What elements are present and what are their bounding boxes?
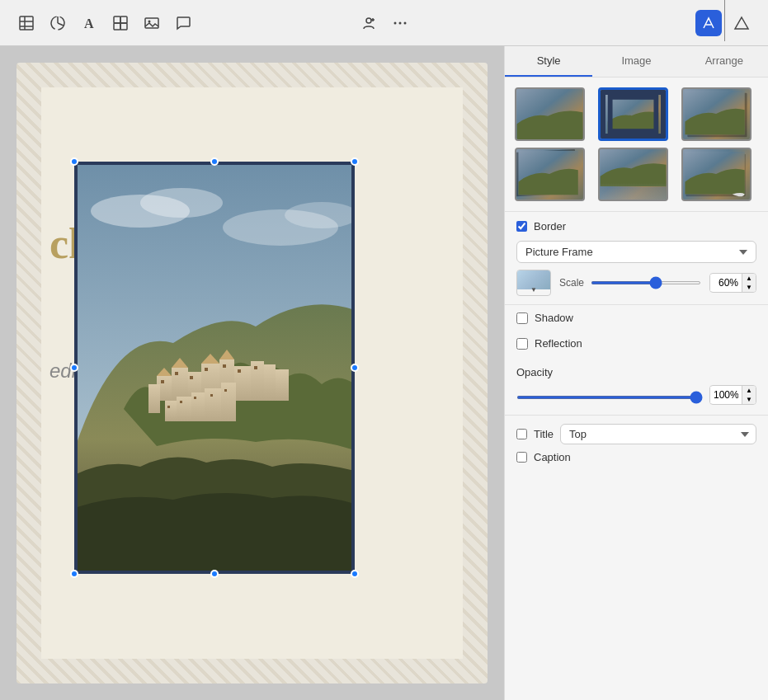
chart-button[interactable] [45, 10, 71, 36]
border-label[interactable]: Border [534, 220, 566, 233]
handle-bottom-left[interactable] [70, 570, 78, 578]
title-caption-section: Title Top Bottom None Caption [505, 416, 768, 478]
svg-rect-30 [177, 397, 191, 421]
opacity-input[interactable]: 100% [710, 387, 742, 403]
svg-rect-44 [167, 406, 170, 408]
svg-rect-46 [194, 397, 196, 399]
handle-middle-right[interactable] [351, 364, 359, 372]
shape-button[interactable] [728, 10, 755, 36]
shadow-checkbox[interactable] [516, 312, 528, 324]
text-icon: A [81, 15, 97, 31]
opacity-value-box: 100% ▲ ▼ [709, 385, 756, 405]
image-button[interactable] [139, 10, 165, 36]
title-label[interactable]: Title [534, 428, 554, 440]
comment-icon [175, 15, 191, 31]
toolbar: A [0, 0, 768, 46]
style-thumb-plain[interactable] [515, 87, 585, 141]
add-collaborator-button[interactable] [356, 10, 382, 36]
image-icon [144, 15, 160, 31]
title-position-dropdown[interactable]: Top Bottom None [560, 424, 756, 444]
border-dropdown[interactable]: Picture Frame Line None [516, 241, 756, 263]
svg-rect-39 [190, 376, 193, 379]
add-collaborator-icon [360, 15, 377, 31]
style-thumb-extra[interactable] [681, 148, 752, 201]
handle-bottom-right[interactable] [351, 570, 359, 578]
svg-rect-43 [254, 366, 257, 369]
svg-rect-31 [191, 392, 205, 421]
right-panel: Style Image Arrange [504, 46, 768, 700]
svg-rect-33 [221, 383, 236, 421]
svg-rect-58 [601, 187, 667, 200]
tab-arrange[interactable]: Arrange [681, 46, 768, 77]
more-icon [392, 15, 408, 31]
scale-input[interactable]: 60% [710, 275, 742, 291]
svg-rect-40 [205, 368, 208, 371]
handle-top-center[interactable] [210, 157, 219, 166]
svg-text:A: A [84, 16, 94, 31]
table-button[interactable] [13, 10, 40, 36]
svg-rect-41 [223, 364, 226, 368]
svg-rect-36 [276, 369, 289, 401]
shadow-row: Shadow [505, 305, 768, 331]
svg-rect-48 [224, 389, 227, 392]
indicator-line [724, 0, 725, 41]
reflection-label[interactable]: Reflection [535, 337, 582, 350]
handle-middle-left[interactable] [70, 364, 78, 372]
opacity-spinner: ▲ ▼ [742, 386, 756, 404]
title-checkbox[interactable] [516, 429, 527, 439]
svg-rect-32 [205, 388, 221, 421]
scale-slider[interactable] [591, 281, 701, 284]
scale-label: Scale [559, 277, 584, 289]
opacity-label: Opacity [516, 366, 756, 378]
caption-label[interactable]: Caption [534, 451, 571, 463]
style-thumb-reflect[interactable] [598, 148, 668, 201]
opacity-row: 100% ▲ ▼ [516, 385, 756, 405]
style-thumb-framed[interactable] [598, 87, 668, 141]
svg-rect-10 [145, 18, 158, 28]
selected-image[interactable] [74, 162, 355, 574]
toolbar-right [695, 10, 755, 36]
more-button[interactable] [387, 10, 413, 36]
scene-svg [74, 162, 355, 574]
svg-rect-8 [120, 16, 127, 23]
reflection-checkbox[interactable] [516, 338, 528, 350]
scale-down-button[interactable]: ▼ [742, 283, 756, 292]
scale-up-button[interactable]: ▲ [742, 274, 756, 283]
handle-bottom-center[interactable] [210, 570, 219, 578]
tab-image[interactable]: Image [592, 46, 680, 77]
handle-top-left[interactable] [70, 157, 78, 166]
svg-rect-45 [180, 401, 182, 403]
opacity-down-button[interactable]: ▼ [742, 395, 756, 404]
scale-value-box: 60% ▲ ▼ [709, 273, 756, 293]
shapes-icon [112, 15, 129, 31]
shape-icon [733, 15, 750, 31]
color-scale-row: ▼ Scale 60% ▲ ▼ [516, 270, 756, 296]
svg-rect-38 [175, 372, 178, 375]
svg-point-15 [403, 21, 406, 24]
style-thumb-shadow1[interactable] [681, 87, 752, 141]
format-icon [700, 15, 717, 31]
text-button[interactable]: A [76, 10, 102, 36]
title-row: Title Top Bottom None [516, 424, 756, 444]
caption-checkbox[interactable] [516, 452, 527, 463]
toolbar-center [356, 10, 413, 36]
border-checkbox[interactable] [516, 221, 527, 232]
comment-button[interactable] [170, 10, 196, 36]
svg-point-12 [366, 18, 371, 23]
style-thumb-shadow2[interactable] [515, 148, 585, 201]
handle-top-right[interactable] [351, 157, 359, 166]
opacity-slider-container [516, 388, 703, 402]
shapes-button[interactable] [107, 10, 134, 36]
opacity-slider[interactable] [516, 396, 703, 399]
tab-style[interactable]: Style [505, 46, 592, 77]
opacity-up-button[interactable]: ▲ [742, 386, 756, 395]
shadow-label[interactable]: Shadow [535, 312, 573, 324]
table-icon [18, 15, 35, 31]
svg-point-13 [393, 21, 396, 24]
svg-rect-0 [20, 16, 33, 30]
scene-container [74, 162, 355, 574]
svg-rect-27 [234, 366, 251, 401]
border-color-swatch[interactable]: ▼ [516, 270, 551, 296]
chart-icon [49, 15, 66, 31]
format-button[interactable] [695, 10, 722, 36]
